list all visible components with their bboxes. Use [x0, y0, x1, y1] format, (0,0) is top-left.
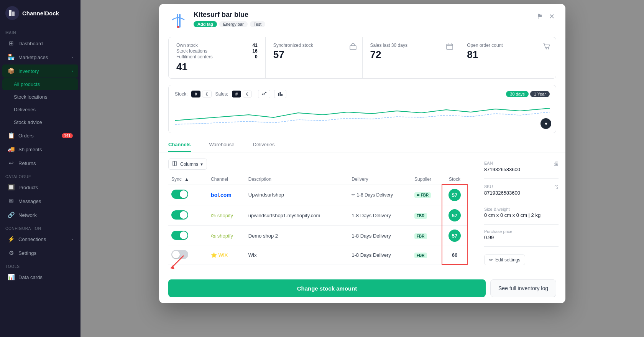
svg-rect-3: [179, 14, 181, 28]
stat-sync-stock: Synchronized stock 57: [266, 37, 363, 78]
columns-chevron-icon: ▾: [200, 162, 203, 167]
tab-deliveries[interactable]: Deliveries: [253, 138, 275, 152]
stock-toggle-group: # €: [191, 91, 211, 97]
add-tag-button[interactable]: Add tag: [194, 21, 217, 27]
th-description: Description: [245, 174, 348, 185]
th-stock: Stock: [442, 174, 467, 185]
stock-number-4: 66: [445, 252, 464, 258]
period-group: 30 days 1 Year: [506, 91, 550, 97]
line-chart-toggle[interactable]: [258, 90, 270, 98]
sidebar-item-settings[interactable]: ⚙ Settings: [2, 246, 78, 259]
shopify-logo-1: 🛍 shopify: [211, 213, 233, 218]
data-cards-icon: 📊: [8, 274, 15, 281]
product-title-area: Kitesurf bar blue Add tag Energy bar Tes…: [194, 11, 530, 27]
supplier-cell: FBR: [411, 226, 442, 246]
sidebar-item-label: Inventory: [18, 68, 39, 74]
sidebar-item-messages[interactable]: ✉ Messages: [2, 195, 78, 208]
pencil-icon: ✏: [489, 257, 493, 263]
cart-icon: [543, 43, 550, 52]
print-ean-icon[interactable]: 🖨: [553, 160, 559, 167]
svg-point-4: [177, 26, 179, 28]
stock-euro-toggle[interactable]: €: [202, 91, 211, 97]
channel-icon-cell: [200, 205, 208, 226]
sidebar-item-inventory[interactable]: 📦 Inventory ›: [2, 64, 78, 78]
th-channel: Channel: [208, 174, 245, 185]
svg-point-7: [546, 48, 547, 50]
svg-rect-1: [12, 12, 15, 16]
close-button[interactable]: ✕: [547, 11, 556, 22]
calendar-icon: [446, 43, 453, 52]
sidebar-item-label: Data cards: [18, 274, 43, 280]
fbr-badge-3: FBR: [414, 233, 427, 239]
stat-sales-label: Sales last 30 days: [370, 43, 452, 48]
sidebar-item-products[interactable]: 🔲 Products: [2, 181, 78, 194]
svg-rect-6: [447, 44, 453, 50]
sales-hash-toggle[interactable]: #: [232, 91, 241, 97]
edit-settings-label: Edit settings: [495, 257, 520, 263]
sidebar-item-stock-advice[interactable]: Stock advice: [2, 116, 78, 128]
sync-toggle-cell: [168, 205, 200, 226]
print-sku-icon[interactable]: 🖨: [553, 183, 559, 190]
description-cell: upwindsurfshop1.myshopify.com: [245, 205, 348, 226]
change-stock-button[interactable]: Change stock amount: [168, 279, 486, 297]
sync-toggle-bol[interactable]: [171, 190, 188, 199]
shipments-icon: 🚚: [8, 146, 15, 153]
tab-warehouse[interactable]: Warehouse: [209, 138, 235, 152]
channels-table: Sync ▲ Channel Description Delivery Supp…: [168, 174, 468, 265]
sidebar-section-catalogue: CATALOGUE: [0, 170, 80, 180]
table-row: bol.com Upwindsurfshop ✏: [168, 185, 467, 205]
sync-toggle-wix[interactable]: [171, 250, 188, 259]
period-1y-btn[interactable]: 1 Year: [530, 91, 550, 97]
size-field: Size & weight 0 cm x 0 cm x 0 cm | 2 kg: [484, 207, 559, 218]
modal-body: Columns ▾ Sync ▲: [159, 152, 565, 273]
chart-area: Stock: # € Sales: # €: [168, 85, 556, 133]
tab-channels[interactable]: Channels: [168, 138, 191, 152]
sidebar-logo[interactable]: ChannelDock: [0, 0, 80, 26]
chevron-right-icon: ›: [72, 237, 73, 241]
sidebar-item-connections[interactable]: ⚡ Connections ›: [2, 233, 78, 246]
stock-cell-1: 57: [442, 185, 467, 205]
sidebar-item-label: Deliveries: [14, 107, 36, 112]
delivery-cell: 1-8 Days Delivery: [348, 205, 411, 226]
channel-icon-cell: [200, 246, 208, 264]
sidebar-item-network[interactable]: 🔗 Network: [2, 208, 78, 221]
bar-chart-toggle[interactable]: [274, 90, 286, 98]
stock-hash-toggle[interactable]: #: [191, 91, 200, 97]
channels-panel: Columns ▾ Sync ▲: [159, 152, 477, 273]
sidebar-item-returns[interactable]: ↩ Returns: [2, 157, 78, 170]
supplier-cell: ✏ FBR: [411, 185, 442, 205]
channel-name-cell: 🛍 shopify: [208, 226, 245, 246]
description-cell: Demo shop 2: [245, 226, 348, 246]
description-cell: Upwindsurfshop: [245, 185, 348, 205]
channel-name-cell: ⭐ WIX: [208, 246, 245, 264]
inventory-log-button[interactable]: See full inventory log: [490, 279, 556, 297]
wix-logo: ⭐ WIX: [211, 252, 228, 258]
dashboard-icon: ⊞: [8, 40, 15, 47]
sidebar-item-orders[interactable]: 📋 Orders 141: [2, 129, 78, 142]
channel-icon-cell: [200, 185, 208, 205]
stat-sub-row: Own stock 41 Stock locations 16 Fulfilme…: [176, 43, 258, 59]
sidebar-item-label: Marketplaces: [18, 55, 48, 60]
sidebar-item-deliveries[interactable]: Deliveries: [2, 104, 78, 116]
sidebar-item-all-products[interactable]: All products: [2, 78, 78, 90]
sidebar-item-marketplaces[interactable]: 🏪 Marketplaces ›: [2, 51, 78, 64]
edit-settings-button[interactable]: ✏ Edit settings: [484, 254, 525, 265]
collapse-chart-button[interactable]: ▾: [540, 118, 551, 129]
chevron-right-icon: ›: [72, 55, 73, 59]
connections-icon: ⚡: [8, 236, 15, 243]
modal-overlay[interactable]: Kitesurf bar blue Add tag Energy bar Tes…: [80, 0, 644, 337]
sync-toggle-shopify1[interactable]: [171, 210, 188, 220]
purchase-label: Purchase price: [484, 229, 559, 234]
sidebar-item-label: Messages: [18, 198, 41, 204]
sidebar-item-dashboard[interactable]: ⊞ Dashboard: [2, 37, 78, 50]
delivery-cell: 1-8 Days Delivery: [348, 246, 411, 264]
sync-toggle-shopify2[interactable]: [171, 231, 188, 240]
sidebar-item-shipments[interactable]: 🚚 Shipments: [2, 143, 78, 156]
sidebar-item-data-cards[interactable]: 📊 Data cards: [2, 271, 78, 284]
modal-actions: ⚑ ✕: [535, 11, 556, 22]
flag-button[interactable]: ⚑: [535, 11, 544, 22]
sidebar-item-stock-locations[interactable]: Stock locations: [2, 91, 78, 103]
columns-button[interactable]: Columns ▾: [168, 159, 207, 170]
sales-euro-toggle[interactable]: €: [243, 91, 252, 97]
period-30-btn[interactable]: 30 days: [506, 91, 529, 97]
